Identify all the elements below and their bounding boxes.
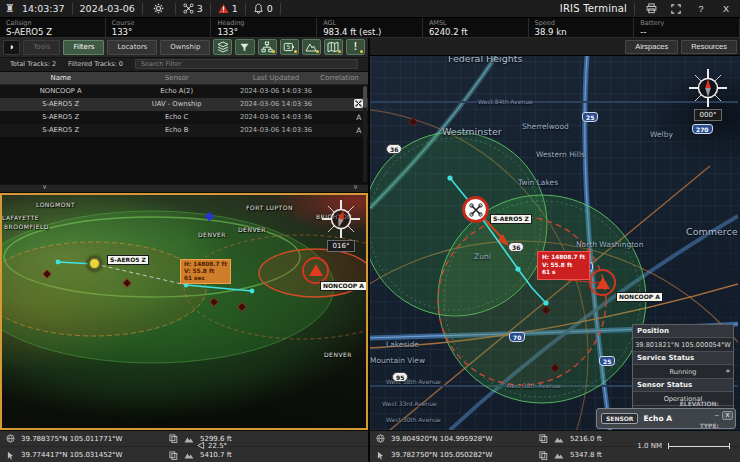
map-top-button[interactable]: Airspaces <box>625 40 678 54</box>
ownship-marker-3d[interactable] <box>88 257 101 270</box>
print-button[interactable] <box>642 2 660 16</box>
copy-coords-button[interactable] <box>169 451 178 460</box>
map-3d-view[interactable]: LONGMONTLAFAYETTEBROOMFIELDFORT LUPTONBR… <box>0 193 368 430</box>
map-street-label: West 30th Avenue <box>386 416 441 423</box>
fullscreen-icon <box>671 4 681 14</box>
column-header[interactable]: Last Updated <box>232 74 320 82</box>
track-row[interactable]: S-AERO5 Z Echo C 2024-03-06 14:03:36 A <box>0 111 368 124</box>
tracks-toolbar: ◗ ToolsFiltersLocatorsOwnship <box>0 38 368 58</box>
badge-dot <box>360 50 363 53</box>
camera-altitude: 5216.0 ft <box>570 435 602 443</box>
column-header[interactable]: Correlation <box>320 74 349 82</box>
sensor-status-header: Sensor Status <box>633 379 733 392</box>
cursor-coords: 39.774417°N 105.031452°W <box>21 451 163 459</box>
fullscreen-button[interactable] <box>667 2 685 16</box>
telemetry-value: S-AERO5 Z <box>6 27 99 37</box>
sensor-info-bar: SENSOR Echo A ELEVATION: -- TYPE: Radar … <box>596 408 736 429</box>
cursor-altitude: 5347.8 ft <box>570 451 602 459</box>
compass-2d[interactable]: 000° <box>688 68 728 121</box>
telemetry-value: 38.9 kn <box>535 27 628 37</box>
settings-gear-button[interactable] <box>150 2 168 16</box>
map-town-label: Westminster <box>442 126 502 137</box>
track-row[interactable]: NONCOOP A Echo A(2) 2024-03-06 14:03:36 <box>0 85 368 98</box>
intruder-marker-3d[interactable] <box>302 257 329 284</box>
ownship-label: S-AERO5 Z <box>107 255 149 265</box>
intruder-triangle-icon <box>596 277 610 289</box>
track-row[interactable]: S-AERO5 Z Echo B 2024-03-06 14:03:36 A <box>0 124 368 137</box>
tracks-tab[interactable]: Tools <box>23 40 60 55</box>
map-layers-button[interactable] <box>324 39 343 55</box>
table-header: NameSensorLast UpdatedCorrelation <box>0 72 368 85</box>
highway-shield: 36 <box>508 242 524 252</box>
app-logo-icon: ♜ <box>5 3 15 14</box>
clock-date: 2024-03-06 <box>80 3 135 14</box>
gear-icon <box>153 3 164 14</box>
svg-text:5: 5 <box>287 44 291 51</box>
intruder-marker-2d[interactable] <box>589 269 616 296</box>
panel-splitter[interactable]: ∨ ∨ <box>0 184 368 193</box>
copy-coords-button[interactable] <box>539 434 548 443</box>
warning-count-chip[interactable]: 1 <box>218 3 238 14</box>
terrain-button[interactable] <box>302 39 321 55</box>
telemetry-value: 133° <box>112 27 205 37</box>
column-header[interactable]: Name <box>0 74 121 82</box>
highway-shield: 95 <box>392 372 408 382</box>
highway-shield: 270 <box>692 124 713 134</box>
service-status-value: Running » <box>633 365 733 379</box>
track-sensor: UAV - Ownship <box>121 100 231 108</box>
iris-terminal-window: ♜ 14:03:37 2024-03-06 3 <box>0 0 740 462</box>
close-window-button[interactable]: X <box>717 2 735 16</box>
track-hierarchy-button[interactable] <box>258 39 277 55</box>
alerts-button[interactable]: ! <box>346 39 365 55</box>
track-row[interactable]: S-AERO5 Z UAV - Ownship 2024-03-06 14:03… <box>0 98 368 111</box>
map-place-label: DENVER <box>198 231 226 238</box>
exclamation-icon: ! <box>354 42 357 52</box>
filtered-tracks-label: Filtered Tracks: 0 <box>68 60 123 68</box>
tracks-tab[interactable]: Ownship <box>160 40 210 55</box>
chevron-down-icon[interactable]: ∨ <box>353 183 358 192</box>
map-town-label: Federal Heights <box>448 56 522 64</box>
map-street-label: West 84th Avenue <box>478 98 533 105</box>
table-scrollbar[interactable] <box>363 86 367 182</box>
compass-heading-readout: 016° <box>327 240 355 252</box>
elevation-mountain-icon <box>554 451 564 459</box>
search-filter-input[interactable] <box>135 59 358 69</box>
map-2d-statusbar: 39.804920°N 104.995928°W 5216.0 ft <box>370 430 740 462</box>
map-place-label: BROOMFIELD <box>4 223 49 230</box>
copy-coords-button[interactable] <box>169 434 178 443</box>
expand-panel-button[interactable]: » <box>726 367 730 375</box>
divider <box>245 3 246 15</box>
tracks-tab[interactable]: Filters <box>63 40 104 55</box>
compass-rose-icon <box>321 199 361 239</box>
alerts-bell-chip[interactable]: 0 <box>253 3 273 14</box>
filter-button[interactable] <box>235 39 254 55</box>
map-2d-view[interactable]: Federal HeightsWestminsterSherrelwoodWes… <box>370 56 740 430</box>
layers-button[interactable] <box>213 39 232 55</box>
ownship-marker-2d[interactable] <box>462 196 489 223</box>
tracks-tab[interactable]: Locators <box>107 40 157 55</box>
copy-icon <box>169 434 178 443</box>
cursor-icon <box>376 451 385 460</box>
cursor-altitude: 5410.7 ft <box>200 451 232 459</box>
column-header[interactable]: Sensor <box>121 74 231 82</box>
sensor-tab[interactable]: SENSOR <box>601 413 638 424</box>
labels-button[interactable]: 5 <box>280 39 299 55</box>
drone-count: 3 <box>197 3 203 14</box>
map-top-button[interactable]: Resources <box>681 40 737 54</box>
telemetry-label: Speed <box>535 19 628 27</box>
highway-shield: 36 <box>386 144 402 154</box>
close-sensor-bar-button[interactable]: X <box>722 411 733 420</box>
panel-collapse-button[interactable]: ◗ <box>3 40 20 55</box>
elevation-mountain-icon <box>554 435 564 443</box>
total-tracks-label: Total Tracks: 2 <box>10 60 56 68</box>
intruder-label: NONCOOP A <box>320 281 367 291</box>
telemetry-strip: Callsign S-AERO5 Z Course 133° Heading 1… <box>0 18 740 38</box>
copy-icon <box>169 451 178 460</box>
copy-coords-button[interactable] <box>539 451 548 460</box>
compass-3d[interactable]: 016° <box>321 199 361 252</box>
chevron-down-icon[interactable]: ∨ <box>42 183 47 192</box>
camera-coords: 39.804920°N 104.995928°W <box>391 435 533 443</box>
help-button[interactable]: ? <box>692 2 710 16</box>
telemetry-label: AMSL <box>429 19 522 27</box>
drone-count-chip[interactable]: 3 <box>183 3 203 14</box>
